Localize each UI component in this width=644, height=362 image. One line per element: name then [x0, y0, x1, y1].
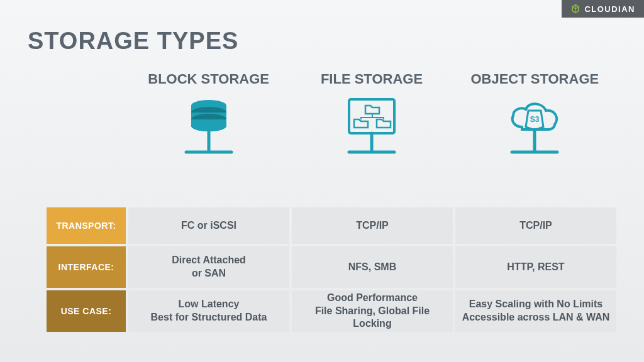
cell-interface-file: NFS, SMB	[292, 246, 453, 288]
row-transport: TRANSPORT: FC or iSCSI TCP/IP TCP/IP	[47, 207, 616, 244]
cell-transport-file: TCP/IP	[292, 207, 453, 244]
row-usecase: USE CASE: Low Latency Best for Structure…	[47, 290, 616, 332]
page-title: STORAGE TYPES	[28, 28, 238, 55]
column-object: OBJECT STORAGE S3	[453, 70, 616, 165]
row-label-interface: INTERFACE:	[47, 246, 126, 288]
column-title-file: FILE STORAGE	[321, 70, 423, 88]
column-title-object: OBJECT STORAGE	[470, 70, 599, 88]
cell-interface-block: Direct Attached or SAN	[128, 246, 289, 288]
monitor-folders-icon	[334, 96, 409, 165]
column-block: BLOCK STORAGE	[127, 70, 290, 165]
column-file: FILE STORAGE	[290, 70, 453, 165]
brand-badge: CLOUDIAN	[562, 0, 644, 18]
brand-name: CLOUDIAN	[584, 4, 635, 14]
cell-interface-object: HTTP, REST	[455, 246, 616, 288]
cell-usecase-block: Low Latency Best for Structured Data	[128, 290, 289, 332]
cell-usecase-object: Easy Scaling with No Limits Accessible a…	[455, 290, 616, 332]
cell-transport-block: FC or iSCSI	[128, 207, 289, 244]
brand-icon	[570, 4, 580, 14]
column-headers: BLOCK STORAGE FILE STORAGE	[47, 70, 616, 165]
column-title-block: BLOCK STORAGE	[148, 70, 269, 88]
cell-transport-object: TCP/IP	[455, 207, 616, 244]
row-interface: INTERFACE: Direct Attached or SAN NFS, S…	[47, 246, 616, 288]
row-label-transport: TRANSPORT:	[47, 207, 126, 244]
database-icon	[171, 96, 247, 165]
cell-usecase-file: Good Performance File Sharing, Global Fi…	[292, 290, 453, 332]
cloud-s3-icon: S3	[497, 96, 572, 165]
row-label-usecase: USE CASE:	[47, 290, 126, 332]
comparison-table: TRANSPORT: FC or iSCSI TCP/IP TCP/IP INT…	[47, 207, 616, 332]
s3-badge-text: S3	[530, 115, 540, 124]
